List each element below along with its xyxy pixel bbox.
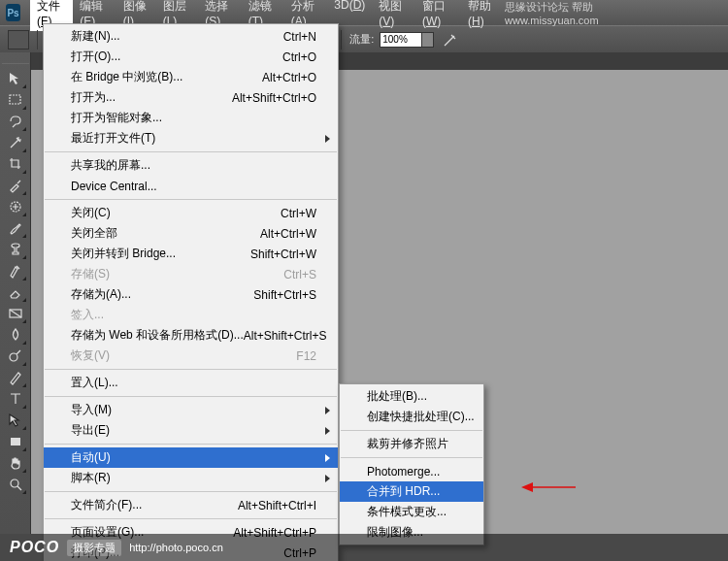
menu-item-shortcut: Ctrl+N	[283, 30, 316, 44]
menu-item-label: 导入(M)	[71, 402, 112, 418]
menu-item-shortcut: Alt+Ctrl+O	[262, 71, 316, 84]
tool-eraser[interactable]	[4, 281, 27, 303]
file-menu-dropdown: 新建(N)...Ctrl+N打开(O)...Ctrl+O在 Bridge 中浏览…	[43, 23, 339, 561]
tool-move[interactable]	[4, 68, 27, 89]
menu-item-label: 关闭(C)	[71, 205, 111, 221]
menu-item[interactable]: 关闭全部Alt+Ctrl+W	[44, 223, 338, 244]
menu-item-label: 存储为 Web 和设备所用格式(D)...	[71, 327, 244, 344]
menu-item[interactable]: 最近打开文件(T)	[44, 128, 338, 148]
tool-rectangle[interactable]	[4, 431, 27, 452]
menu-item[interactable]: 导入(M)	[44, 400, 338, 420]
menu-item[interactable]: 新建(N)...Ctrl+N	[44, 26, 338, 47]
menu-item[interactable]: Device Central...	[44, 176, 338, 196]
menu-item[interactable]: 存储为(A)...Shift+Ctrl+S	[44, 284, 338, 305]
tool-path-select[interactable]	[4, 410, 27, 431]
tool-marquee[interactable]	[4, 89, 27, 111]
tool-zoom[interactable]	[4, 474, 27, 495]
tool-lasso[interactable]	[4, 111, 27, 132]
tool-dodge[interactable]	[4, 346, 27, 367]
menu-item[interactable]: 打开为...Alt+Shift+Ctrl+O	[44, 87, 338, 108]
tool-type[interactable]	[4, 388, 27, 410]
menu-item: 签入...	[44, 305, 338, 325]
tool-pen[interactable]	[4, 367, 27, 388]
tool-healing[interactable]	[4, 196, 27, 217]
menu-item: 恢复(V)F12	[44, 346, 338, 366]
menu-separator	[45, 151, 337, 152]
menu-item-label: 置入(L)...	[71, 375, 118, 391]
airbrush-icon[interactable]	[440, 31, 461, 49]
menu-item-label: 签入...	[71, 307, 104, 323]
menu-item-label: 文件简介(F)...	[71, 497, 142, 513]
submenu-arrow-icon	[325, 475, 330, 482]
menu-item-label: 打开为...	[71, 89, 116, 106]
menu-item[interactable]: 脚本(R)	[44, 468, 338, 488]
tool-wand[interactable]	[4, 132, 27, 153]
menu-separator	[45, 199, 337, 200]
toolbox-grip[interactable]	[2, 56, 29, 64]
menu-item[interactable]: 裁剪并修齐照片	[340, 434, 483, 454]
menu-item[interactable]: Photomerge...	[340, 461, 483, 481]
menu-item[interactable]: 自动(U)	[44, 447, 338, 468]
poco-url: http://photo.poco.cn	[129, 542, 223, 553]
menu-v[interactable]: 视图(V)	[372, 0, 415, 31]
menu-item[interactable]: 关闭并转到 Bridge...Shift+Ctrl+W	[44, 244, 338, 264]
watermark-footer: POCO 摄影专题 http://photo.poco.cn	[0, 534, 728, 561]
menu-item[interactable]: 存储为 Web 和设备所用格式(D)...Alt+Shift+Ctrl+S	[44, 325, 338, 346]
submenu-arrow-icon	[325, 135, 330, 143]
tool-blur[interactable]	[4, 324, 27, 346]
menu-item-label: 自动(U)	[71, 449, 111, 466]
tool-eyedropper[interactable]	[4, 175, 27, 196]
menu-item[interactable]: 合并到 HDR...	[340, 481, 483, 502]
tool-brush[interactable]	[4, 217, 27, 239]
menu-item-shortcut: Ctrl+S	[283, 268, 316, 281]
menu-item-label: 条件模式更改...	[367, 504, 447, 520]
menu-separator	[341, 457, 482, 458]
menu-item-label: 脚本(R)	[71, 470, 111, 486]
tool-crop[interactable]	[4, 153, 27, 175]
menu-item-label: 关闭全部	[71, 225, 117, 242]
menu-item-label: 导出(E)	[71, 422, 110, 439]
menu-item-shortcut: Shift+Ctrl+S	[253, 288, 316, 302]
tool-stamp[interactable]	[4, 239, 27, 260]
svg-rect-0	[10, 95, 20, 104]
flow-dropdown-icon[interactable]	[422, 32, 434, 48]
tool-preset-picker[interactable]	[8, 30, 29, 50]
menu-item[interactable]: 打开(O)...Ctrl+O	[44, 47, 338, 67]
flow-label: 流量:	[349, 32, 374, 47]
menu-item-label: 创建快捷批处理(C)...	[367, 409, 475, 425]
menu-separator	[45, 444, 337, 445]
poco-tag: 摄影专题	[67, 540, 121, 556]
flow-input[interactable]: 100%	[380, 32, 422, 48]
menu-item-label: 新建(N)...	[71, 28, 120, 45]
menu-item-shortcut: Shift+Ctrl+W	[250, 248, 316, 261]
menu-item[interactable]: 文件简介(F)...Alt+Shift+Ctrl+I	[44, 495, 338, 515]
menu-item-shortcut: Ctrl+O	[282, 50, 316, 64]
menu-item[interactable]: 批处理(B)...	[340, 386, 483, 407]
menu-item-label: Device Central...	[71, 180, 157, 193]
menu-item-label: 打开(O)...	[71, 49, 120, 65]
toolbox	[0, 52, 31, 534]
menu-item[interactable]: 导出(E)	[44, 420, 338, 441]
menu-item-shortcut: Alt+Shift+Ctrl+S	[244, 329, 327, 343]
menu-item-label: Photomerge...	[367, 465, 440, 478]
menu-item[interactable]: 在 Bridge 中浏览(B)...Alt+Ctrl+O	[44, 67, 338, 87]
menu-item-shortcut: Alt+Shift+Ctrl+O	[232, 91, 316, 105]
menu-item-label: 裁剪并修齐照片	[367, 436, 448, 452]
menu-separator	[45, 369, 337, 370]
menu-item[interactable]: 打开为智能对象...	[44, 108, 338, 128]
menu-separator	[45, 491, 337, 492]
menu-separator	[45, 518, 337, 519]
menu-item-label: 打开为智能对象...	[71, 110, 162, 126]
menu-item: 存储(S)Ctrl+S	[44, 264, 338, 284]
menu-item[interactable]: 置入(L)...	[44, 373, 338, 393]
menu-h[interactable]: 帮助(H)	[461, 0, 505, 31]
menu-item[interactable]: 共享我的屏幕...	[44, 155, 338, 176]
tool-history[interactable]	[4, 260, 27, 281]
tool-hand[interactable]	[4, 452, 27, 474]
menu-item[interactable]: 关闭(C)Ctrl+W	[44, 203, 338, 223]
menu-w[interactable]: 窗口(W)	[415, 0, 461, 31]
svg-point-5	[11, 479, 18, 487]
tool-gradient[interactable]	[4, 303, 27, 324]
menu-item[interactable]: 条件模式更改...	[340, 502, 483, 522]
menu-item[interactable]: 创建快捷批处理(C)...	[340, 407, 483, 427]
